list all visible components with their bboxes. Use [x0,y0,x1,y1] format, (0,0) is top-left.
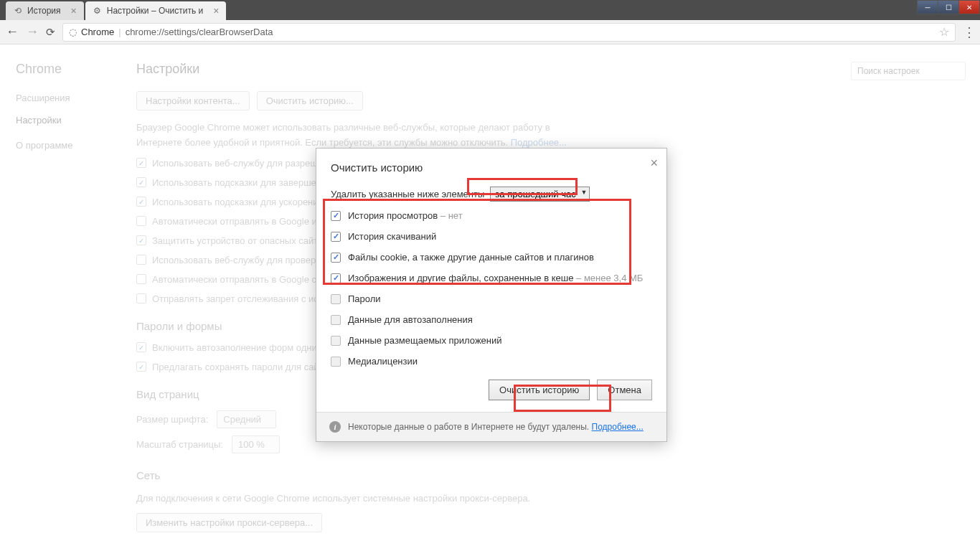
checkbox-icon[interactable] [331,253,341,263]
forward-button[interactable]: → [26,26,39,39]
clear-browsing-data-dialog: × Очистить историю Удалить указанные ниж… [316,148,667,442]
checkbox-icon[interactable] [331,232,341,242]
clear-data-checkbox-row[interactable]: История скачиваний [331,231,652,242]
tab-settings[interactable]: ⚙ Настройки – Очистить и × [85,1,227,20]
page-zoom-select[interactable]: 100 % [232,435,280,453]
checkbox-icon[interactable] [331,294,341,304]
checkbox-label: Предлагать сохранять пароли для сайтов Н [152,362,343,372]
bookmark-star-icon[interactable]: ☆ [939,25,949,39]
checkbox-label: Медиалицензии [348,356,418,367]
window-controls: ─ ☐ ✕ [918,0,980,14]
checkbox-label: Отправлять запрет отслеживания с исходя [152,293,339,304]
checkbox-label: История просмотров – нет [348,210,463,221]
checkbox-label: Пароли [348,293,381,304]
checkbox-icon[interactable] [331,315,341,325]
checkbox-label: Данные для автозаполнения [348,314,473,325]
reload-button[interactable]: ⟳ [46,26,55,39]
page-zoom-label: Масштаб страницы: [136,439,223,450]
checkbox-icon[interactable] [136,158,146,168]
browser-toolbar: ← → ⟳ ◌ Chrome | chrome://settings/clear… [0,20,980,44]
settings-sidebar: Chrome Расширения Настройки О программе [0,44,122,551]
sidebar-title: Chrome [16,62,122,77]
checkbox-label: Файлы cookie, а также другие данные сайт… [348,252,594,263]
checkbox-icon[interactable] [136,235,146,245]
checkbox-icon[interactable] [331,336,341,346]
font-size-label: Размер шрифта: [136,414,208,425]
dialog-footer: i Некоторые данные о работе в Интернете … [316,412,666,441]
checkbox-icon[interactable] [136,274,146,284]
checkbox-icon[interactable] [136,197,146,207]
checkbox-label: Автоматически отправлять в Google инфор [152,216,340,227]
privacy-description: Браузер Google Chrome может использовать… [136,121,581,151]
url-origin-label: Chrome [81,27,114,37]
time-range-select[interactable]: за прошедший час [490,187,590,202]
network-description: Для подключения к сети Google Chrome исп… [136,491,581,507]
sidebar-item-about[interactable]: О программе [16,140,122,151]
checkbox-label: Данные размещаемых приложений [348,335,502,346]
tab-label: Настройки – Очистить и [107,6,203,16]
clear-data-button[interactable]: Очистить историю [489,380,590,400]
close-window-button[interactable]: ✕ [958,0,980,14]
checkbox-label: Использовать подсказки для ускорения заг [152,197,339,207]
font-size-select[interactable]: Средний [217,410,276,428]
checkbox-icon[interactable] [331,357,341,367]
minimize-button[interactable]: ─ [917,0,938,14]
page-title: Настройки [136,62,966,77]
checkbox-icon[interactable] [136,216,146,226]
sidebar-item-extensions[interactable]: Расширения [16,93,122,103]
checkbox-icon[interactable] [136,293,146,303]
clear-data-checkbox-row[interactable]: Файлы cookie, а также другие данные сайт… [331,252,652,263]
info-icon: i [329,421,341,433]
checkbox-icon[interactable] [331,211,341,221]
checkbox-label: Использовать веб-службу для разрешения [152,158,338,169]
overflow-menu-button[interactable]: ⋮ [963,24,974,40]
checkbox-icon[interactable] [136,255,146,265]
site-info-icon[interactable]: ◌ [69,27,77,37]
history-icon: ⟲ [13,6,23,16]
checkbox-label: Включить автозаполнение форм одним кл [152,342,336,353]
checkbox-label: Использовать веб-службу для проверки пр [152,255,338,265]
svg-text:club: club [924,503,946,517]
clear-data-checkbox-row[interactable]: Изображения и другие файлы, сохраненные … [331,273,652,283]
checkbox-label: Изображения и другие файлы, сохраненные … [348,273,643,283]
clear-data-checkbox-row[interactable]: Медиалицензии [331,356,652,367]
network-section-title: Сеть [136,469,966,481]
clear-data-checkbox-row[interactable]: Данные размещаемых приложений [331,335,652,346]
tab-bar: ⟲ История × ⚙ Настройки – Очистить и × [0,0,980,20]
close-tab-icon[interactable]: × [213,5,219,17]
checkbox-icon[interactable] [136,177,146,187]
checkbox-icon[interactable] [136,362,146,372]
watermark: club [885,501,964,541]
url-text: chrome://settings/clearBrowserData [126,27,273,37]
settings-search-input[interactable] [851,62,966,80]
tab-history[interactable]: ⟲ История × [6,1,84,20]
checkbox-label: Использовать подсказки для завершения [152,177,331,188]
learn-more-link[interactable]: Подробнее... [511,137,567,148]
clear-data-checkbox-row[interactable]: История просмотров – нет [331,210,652,221]
dialog-close-button[interactable]: × [650,156,658,171]
address-bar[interactable]: ◌ Chrome | chrome://settings/clearBrowse… [62,23,956,42]
dialog-title: Очистить историю [331,161,652,174]
close-tab-icon[interactable]: × [71,5,77,17]
footer-learn-more-link[interactable]: Подробнее... [592,422,644,432]
sidebar-item-settings[interactable]: Настройки [16,115,122,126]
cancel-button[interactable]: Отмена [597,380,652,400]
checkbox-label: Автоматически отправлять в Google стати [152,274,335,285]
clear-data-checkbox-row[interactable]: Пароли [331,293,652,304]
content-settings-button[interactable]: Настройки контента... [136,91,250,110]
tab-label: История [27,6,61,16]
gear-icon: ⚙ [93,6,103,16]
clear-history-button[interactable]: Очистить историю... [257,91,363,110]
maximize-button[interactable]: ☐ [938,0,959,14]
checkbox-label: Защитить устройство от опасных сайтов [152,235,328,246]
checkbox-icon[interactable] [331,273,341,283]
checkbox-icon[interactable] [136,342,146,352]
checkbox-label: История скачиваний [348,231,436,242]
clear-data-checkbox-row[interactable]: Данные для автозаполнения [331,314,652,325]
back-button[interactable]: ← [6,26,19,39]
time-range-label: Удалить указанные ниже элементы [331,189,484,199]
proxy-settings-button[interactable]: Изменить настройки прокси-сервера... [136,513,322,532]
